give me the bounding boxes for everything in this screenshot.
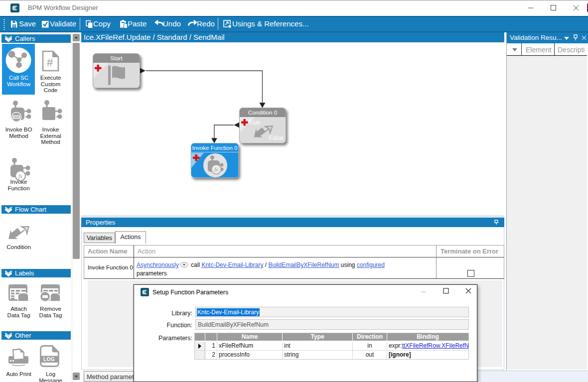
svg-text:LOG: LOG [43, 357, 55, 362]
svg-text:#: # [47, 56, 53, 69]
svg-text:fx: fx [214, 166, 218, 172]
svg-text:fx: fx [18, 173, 23, 180]
